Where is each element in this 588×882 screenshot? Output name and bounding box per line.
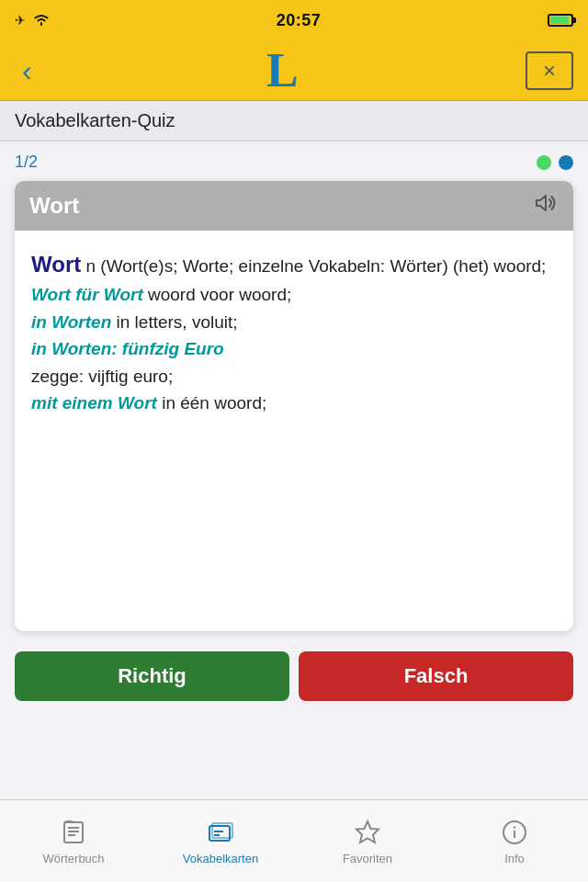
tab-vokabelkarten[interactable]: Vokabelkarten [147,800,294,882]
card-phrase3: in Worten: fünfzig Euro [31,339,224,358]
card-after-phrase3: zegge: vijftig euro; [31,367,173,386]
tab-favoriten-label: Favoriten [343,852,392,865]
card-stack: Wort Wort n (Wort(e)s; Worte; einzelne V… [15,181,573,631]
progress-text: 1/2 [15,153,38,172]
card-phrase4: mit einem Wort [31,393,157,413]
app-logo: L [266,47,299,95]
wifi-icon [33,13,50,28]
falsch-button[interactable]: Falsch [299,651,573,701]
status-bar-right [548,14,573,27]
card-header: Wort [15,181,573,231]
book-icon [59,818,88,847]
status-bar-left: ✈ [15,13,50,28]
tab-woerterbuch-label: Wörterbuch [42,852,104,865]
star-icon [353,818,382,847]
card-after-phrase2: in letters, voluit; [111,312,237,332]
tab-bar: Wörterbuch Vokabelkarten Favoriten [0,799,588,882]
dot-2 [559,155,573,170]
progress-dots [537,155,573,170]
tab-info[interactable]: Info [441,800,588,882]
info-icon [500,818,529,847]
card-after-phrase4: in één woord; [157,393,266,413]
card-main[interactable]: Wort Wort n (Wort(e)s; Worte; einzelne V… [15,181,573,631]
card-phrase2: in Worten [31,312,111,332]
status-bar: ✈ 20:57 [0,0,588,40]
card-after-main: n (Wort(e)s; Worte; einzelne Vokabeln: W… [81,256,546,276]
card-main-word: Wort [31,252,81,277]
airplane-icon: ✈ [15,13,26,28]
battery-fill [550,17,569,24]
richtig-button[interactable]: Richtig [15,651,289,701]
dot-1 [537,155,551,170]
speaker-icon[interactable] [533,192,559,220]
status-bar-time: 20:57 [277,11,322,30]
cards-icon [206,818,235,847]
battery-icon [548,14,573,27]
card-content: Wort n (Wort(e)s; Worte; einzelne Vokabe… [15,231,573,429]
tab-favoriten[interactable]: Favoriten [294,800,441,882]
tab-info-label: Info [504,852,525,865]
page-title: Vokabelkarten-Quiz [15,110,175,131]
progress-row: 1/2 [15,153,573,172]
tab-vokabelkarten-label: Vokabelkarten [183,852,258,865]
card-after-phrase1: woord voor woord; [143,285,292,304]
back-button[interactable]: ‹ [15,52,40,89]
svg-marker-8 [356,821,379,842]
card-phrase1: Wort für Wort [31,285,143,304]
card-header-word: Wort [29,193,79,219]
svg-point-11 [514,826,515,828]
nav-bar: ‹ L [0,40,588,101]
quiz-area: 1/2 Wort Wort n (Wort(e) [0,141,588,651]
button-row: Richtig Falsch [0,651,588,712]
close-button[interactable] [526,51,573,90]
page-title-bar: Vokabelkarten-Quiz [0,101,588,141]
tab-woerterbuch[interactable]: Wörterbuch [0,800,147,882]
